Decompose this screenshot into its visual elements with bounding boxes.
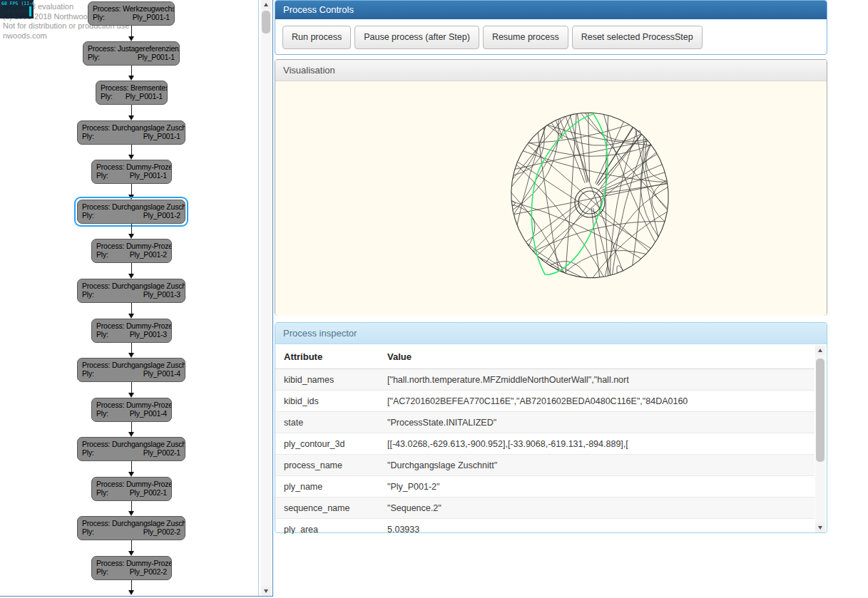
node-ply-value: Ply_P001-1 [130, 171, 167, 180]
process-node[interactable]: Process: Dummy-ProzessPly:Ply_P001-1 [91, 160, 172, 184]
node-ply-value: Ply_P001-4 [130, 409, 167, 418]
node-ply-value: Ply_P001-1 [133, 13, 170, 21]
flow-link [131, 501, 132, 511]
node-process-label: Process: Dummy-Prozess [96, 480, 167, 488]
flow-arrowhead-icon [128, 314, 134, 319]
process-node[interactable]: Process: Durchgangslage ZuschnittPly:Ply… [77, 437, 185, 461]
attribute-cell: ply_area [284, 525, 387, 535]
process-controls-panel: Process Controls Run processPause proces… [275, 0, 827, 55]
table-row[interactable]: ply_contour_3d[[-43.0268,-629.613,-900.9… [275, 433, 815, 455]
flow-link [131, 382, 132, 393]
node-ply-value: Ply_P002-2 [143, 527, 180, 536]
visualisation-header: Visualisation [275, 60, 827, 81]
value-cell: ["AC7201602BEFEA770C116E","AB7201602BEDA… [387, 396, 815, 406]
node-process-label: Process: Durchgangslage Zuschnitt [82, 123, 180, 132]
node-ply-label: Ply: [82, 132, 94, 140]
process-node[interactable]: Process: Dummy-ProzessPly:Ply_P001-3 [91, 319, 172, 343]
process-node[interactable]: Process: Dummy-ProzessPly:Ply_P002-2 [91, 556, 172, 580]
attribute-cell: ply_contour_3d [284, 439, 387, 449]
diagram-scrollbar[interactable] [261, 0, 271, 596]
pause-process-after-step-button[interactable]: Pause process (after Step) [354, 26, 479, 49]
table-row[interactable]: process_name"Durchgangslage Zuschnitt" [275, 455, 815, 476]
scroll-up-icon[interactable] [815, 346, 825, 355]
process-node[interactable]: Process: WerkzeugwechselPly:Ply_P001-1 [88, 1, 175, 26]
node-process-label: Process: Durchgangslage Zuschnitt [82, 519, 180, 527]
scroll-down-icon[interactable] [815, 523, 825, 532]
process-node[interactable]: Process: Dummy-ProzessPly:Ply_P001-2 [91, 239, 172, 263]
scroll-up-icon[interactable] [261, 0, 271, 9]
process-flow-diagram[interactable]: Process: WerkzeugwechselPly:Ply_P001-1Pr… [0, 0, 258, 596]
process-flow-panel: GoJS 1.8 evaluation (c) 1998-2018 Northw… [0, 0, 273, 597]
table-row[interactable]: kibid_ids["AC7201602BEFEA770C116E","AB72… [275, 391, 815, 412]
table-row[interactable]: ply_name"Ply_P001-2" [275, 476, 815, 498]
visualisation-panel: Visualisation [275, 59, 827, 316]
value-cell: [[-43.0268,-629.613,-900.952],[-33.9068,… [387, 439, 815, 449]
wireframe-3d-view [275, 81, 827, 316]
inspector-scrollbar[interactable] [815, 346, 825, 532]
node-ply-label: Ply: [96, 409, 108, 418]
process-controls-header: Process Controls [275, 1, 827, 19]
node-process-label: Process: Durchgangslage Zuschnitt [82, 440, 180, 448]
flow-link [131, 224, 132, 234]
node-ply-value: Ply_P001-1 [138, 53, 175, 61]
process-node[interactable]: Process: JustagereferenzierungPly:Ply_P0… [83, 41, 180, 66]
node-process-label: Process: Justagereferenzierung [88, 44, 175, 53]
node-process-label: Process: Dummy-Prozess [96, 401, 167, 409]
flow-arrowhead-icon [128, 274, 134, 279]
table-row[interactable]: kibid_names["hall.north.temperature.MFZm… [275, 369, 815, 391]
process-node[interactable]: Process: Dummy-ProzessPly:Ply_P001-4 [91, 398, 172, 422]
node-ply-label: Ply: [96, 171, 108, 180]
scroll-down-icon[interactable] [261, 587, 271, 596]
node-ply-label: Ply: [82, 211, 94, 220]
diagram-scrollbar-thumb[interactable] [262, 11, 270, 33]
reset-selected-processstep-button[interactable]: Reset selected ProcessStep [572, 26, 703, 49]
node-ply-value: Ply_P001-1 [143, 132, 180, 140]
fps-bar-icon [29, 6, 31, 16]
node-process-label: Process: Durchgangslage Zuschnitt [82, 282, 180, 290]
table-header: Attribute Value [275, 344, 815, 369]
table-row[interactable]: sequence_name"Sequence.2" [275, 498, 815, 519]
process-node[interactable]: Process: Durchgangslage ZuschnittPly:Ply… [77, 120, 185, 145]
node-ply-label: Ply: [96, 330, 108, 339]
flow-arrowhead-icon [128, 551, 134, 556]
inspector-scrollbar-thumb[interactable] [816, 359, 824, 462]
visualisation-canvas[interactable] [275, 81, 827, 316]
column-header-attribute: Attribute [284, 351, 387, 362]
process-node[interactable]: Process: Durchgangslage ZuschnittPly:Ply… [77, 200, 185, 224]
node-ply-label: Ply: [88, 53, 100, 61]
node-ply-value: Ply_P001-3 [130, 330, 167, 339]
process-node[interactable]: Process: Durchgangslage ZuschnittPly:Ply… [77, 358, 185, 382]
flow-link [131, 580, 132, 590]
resume-process-button[interactable]: Resume process [483, 26, 568, 49]
flow-link [131, 105, 132, 115]
table-row[interactable]: ply_area5.03933 [275, 519, 815, 534]
node-ply-label: Ply: [82, 369, 94, 378]
flow-arrowhead-icon [128, 36, 134, 41]
process-node[interactable]: Process: Durchgangslage ZuschnittPly:Ply… [77, 279, 185, 303]
flow-arrowhead-icon [128, 234, 134, 239]
node-ply-label: Ply: [82, 290, 94, 299]
value-cell: "Sequence.2" [387, 503, 815, 513]
flow-arrowhead-icon [128, 76, 134, 81]
flow-link [131, 145, 132, 155]
node-ply-value: Ply_P001-2 [130, 250, 167, 259]
run-process-button[interactable]: Run process [282, 26, 351, 49]
node-process-label: Process: Bremsentest [101, 83, 163, 92]
process-node[interactable]: Process: BremsentestPly:Ply_P001-1 [96, 81, 168, 105]
flow-arrowhead-icon [128, 432, 134, 437]
flow-arrowhead-icon [128, 115, 134, 120]
attribute-cell: process_name [284, 460, 387, 470]
fps-label: 60 FPS (11-60) [1, 1, 34, 6]
value-cell: ["hall.north.temperature.MFZmiddleNorthO… [387, 375, 815, 385]
app-root: GoJS 1.8 evaluation (c) 1998-2018 Northw… [0, 0, 868, 598]
diagram-edge [258, 0, 259, 596]
node-ply-value: Ply_P001-1 [126, 92, 163, 100]
node-ply-value: Ply_P002-1 [130, 488, 167, 497]
flow-link [131, 422, 132, 432]
process-node[interactable]: Process: Durchgangslage ZuschnittPly:Ply… [77, 516, 185, 540]
flow-link [131, 540, 132, 551]
flow-arrowhead-icon [128, 393, 134, 398]
process-node[interactable]: Process: Dummy-ProzessPly:Ply_P002-1 [91, 477, 172, 501]
table-row[interactable]: state"ProcessState.INITALIZED" [275, 412, 815, 433]
panel-title: Visualisation [283, 65, 335, 76]
